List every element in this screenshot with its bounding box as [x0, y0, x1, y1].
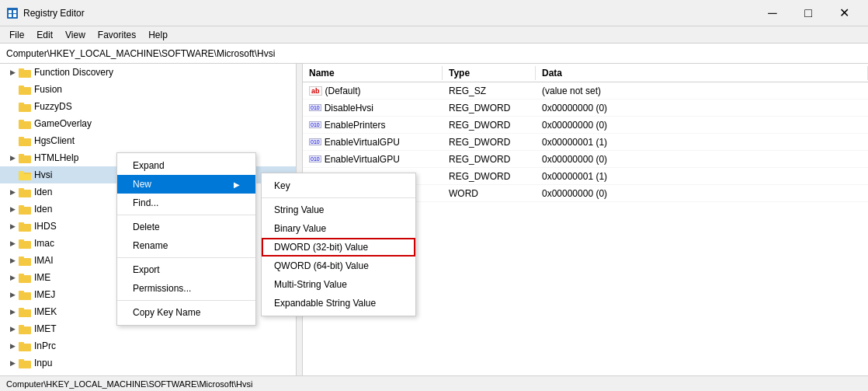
cell-type: REG_DWORD — [443, 118, 536, 132]
folder-icon — [19, 238, 31, 249]
tree-item-hgsclient[interactable]: HgsClient — [0, 132, 302, 149]
tree-item-function-discovery[interactable]: ▶ Function Discovery — [0, 64, 302, 81]
status-text: Computer\HKEY_LOCAL_MACHINE\SOFTWARE\Mic… — [6, 379, 252, 389]
svg-rect-14 — [19, 137, 24, 140]
tree-item-label: HTMLHelp — [34, 152, 78, 163]
folder-icon — [19, 306, 31, 317]
tree-item-label: GameOverlay — [34, 118, 92, 129]
menu-file[interactable]: File — [3, 28, 30, 42]
tree-item-inprc[interactable]: ▶ InPrc — [0, 337, 302, 354]
expand-arrow — [6, 83, 19, 96]
ctx-delete-label: Delete — [133, 222, 160, 232]
ctx-copy-key-name-label: Copy Key Name — [133, 307, 200, 318]
ctx-find[interactable]: Find... — [117, 194, 255, 212]
cell-name: ab (Default) — [303, 84, 443, 98]
tree-item-label: Imac — [34, 238, 54, 249]
table-row[interactable]: 010 EnablePrinters REG_DWORD 0x00000000 … — [303, 117, 868, 134]
ctx-expand[interactable]: Expand — [117, 156, 255, 175]
tree-item-inpu[interactable]: ▶ Inpu — [0, 354, 302, 372]
ctx-export[interactable]: Export — [117, 260, 255, 279]
tree-item-fusion[interactable]: Fusion — [0, 81, 302, 98]
window-title: Registry Editor — [23, 8, 755, 19]
table-row[interactable]: 010 EnableVirtualGPU REG_DWORD 0x0000000… — [303, 151, 868, 168]
folder-icon — [19, 323, 31, 334]
menu-bar: File Edit View Favorites Help — [0, 26, 868, 44]
ctx-new[interactable]: New ▶ — [117, 175, 255, 194]
cell-type: REG_DWORD — [443, 152, 536, 166]
expand-arrow: ▶ — [6, 254, 19, 267]
ctx-export-label: Export — [133, 264, 160, 275]
tree-item-fuzzyds[interactable]: FuzzyDS — [0, 98, 302, 115]
svg-rect-6 — [19, 68, 24, 72]
svg-rect-8 — [19, 86, 24, 89]
menu-edit[interactable]: Edit — [30, 28, 59, 42]
cell-type: REG_DWORD — [443, 135, 536, 149]
menu-favorites[interactable]: Favorites — [92, 28, 142, 42]
tree-item-label: IHDS — [34, 221, 57, 232]
tree-item-gameoverlay[interactable]: GameOverlay — [0, 115, 302, 132]
submenu-binary-value[interactable]: Binary Value — [262, 219, 415, 238]
ctx-delete[interactable]: Delete — [117, 218, 255, 236]
dword-icon: 010 — [309, 121, 321, 128]
expand-arrow — [6, 117, 19, 130]
cell-type: REG_DWORD — [443, 169, 536, 183]
folder-icon — [19, 255, 31, 266]
ctx-copy-key-name[interactable]: Copy Key Name — [117, 303, 255, 322]
ctx-rename-label: Rename — [133, 240, 168, 251]
ctx-separator-3 — [117, 300, 255, 301]
table-row[interactable]: 010 EnableVirtualGPU REG_DWORD 0x0000000… — [303, 134, 868, 151]
svg-rect-10 — [19, 103, 24, 106]
expand-arrow: ▶ — [6, 340, 19, 352]
submenu-multi-string-value[interactable]: Multi-String Value — [262, 275, 415, 294]
maximize-button[interactable]: □ — [790, 0, 826, 26]
expand-arrow: ▶ — [6, 271, 19, 284]
minimize-button[interactable]: ─ — [755, 0, 790, 26]
folder-icon — [19, 204, 31, 215]
svg-rect-3 — [9, 14, 12, 17]
svg-rect-18 — [19, 171, 24, 174]
app-icon — [6, 7, 19, 19]
expand-arrow: ▶ — [6, 323, 19, 335]
expand-arrow: ▶ — [6, 220, 19, 232]
submenu-key[interactable]: Key — [262, 176, 415, 195]
tree-item-label: Iden — [34, 187, 52, 197]
cell-data: 0x00000000 (0) — [536, 118, 868, 132]
expand-arrow — [6, 100, 19, 113]
ctx-rename[interactable]: Rename — [117, 236, 255, 255]
submenu-qword-value[interactable]: QWORD (64-bit) Value — [262, 257, 415, 275]
ctx-separator-2 — [117, 257, 255, 258]
table-row[interactable]: 010 DisableHvsi REG_DWORD 0x00000000 (0) — [303, 99, 868, 117]
tree-item-label: HgsClient — [34, 135, 75, 146]
svg-rect-4 — [13, 14, 16, 17]
cell-type: REG_SZ — [443, 84, 536, 98]
tree-item-label: Hvsi — [34, 169, 52, 180]
ab-icon: ab — [309, 86, 322, 96]
cell-data: 0x00000001 (1) — [536, 135, 868, 149]
submenu-string-value[interactable]: String Value — [262, 201, 415, 219]
ctx-permissions[interactable]: Permissions... — [117, 279, 255, 298]
expand-arrow — [6, 134, 19, 147]
tree-item-label: Fusion — [34, 84, 62, 95]
ctx-permissions-label: Permissions... — [133, 283, 191, 294]
svg-rect-19 — [19, 174, 31, 180]
svg-rect-1 — [9, 10, 12, 13]
submenu-dword-value[interactable]: DWORD (32-bit) Value — [262, 238, 415, 257]
menu-help[interactable]: Help — [142, 28, 174, 42]
folder-icon — [19, 118, 31, 129]
tree-item-label: Inpu — [34, 358, 52, 368]
menu-view[interactable]: View — [59, 28, 92, 42]
expand-arrow: ▶ — [6, 305, 19, 318]
cell-data: (value not set) — [536, 84, 868, 98]
svg-rect-35 — [19, 308, 24, 311]
table-row[interactable]: ab (Default) REG_SZ (value not set) — [303, 82, 868, 99]
svg-rect-31 — [19, 274, 24, 277]
tree-item-label: IMEJ — [34, 289, 55, 300]
svg-rect-23 — [19, 205, 24, 208]
svg-rect-33 — [19, 291, 24, 294]
submenu-expandable-string-value[interactable]: Expandable String Value — [262, 294, 415, 312]
svg-rect-12 — [19, 120, 24, 123]
close-button[interactable]: ✕ — [826, 0, 862, 26]
expand-arrow: ▶ — [6, 186, 19, 198]
tree-item-label: Function Discovery — [34, 67, 113, 78]
submenu-separator-1 — [262, 197, 415, 198]
